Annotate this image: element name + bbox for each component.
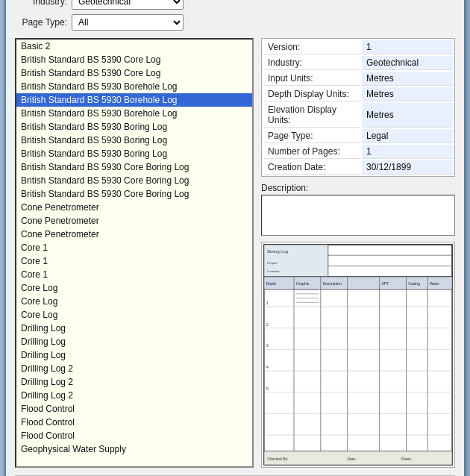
- list-item[interactable]: British Standard BS 5930 Core Boring Log: [16, 187, 252, 201]
- list-item[interactable]: British Standard BS 5390 Core Log: [16, 53, 252, 66]
- svg-text:SPT: SPT: [382, 281, 389, 286]
- list-item[interactable]: Cone Penetrometer: [16, 201, 252, 214]
- industry-info-label: Industry:: [263, 56, 360, 70]
- list-item[interactable]: British Standard BS 5930 Boring Log: [16, 120, 252, 134]
- description-area: [261, 195, 455, 236]
- industry-info-value: Geotechnical: [362, 56, 453, 70]
- template-list[interactable]: Basic 2British Standard BS 5390 Core Log…: [15, 38, 254, 468]
- list-item[interactable]: Drilling Log: [16, 322, 252, 335]
- input-units-row: Input Units: Metres: [263, 72, 453, 86]
- list-item[interactable]: Flood Control: [16, 429, 252, 442]
- svg-text:Description: Description: [323, 281, 342, 286]
- list-item[interactable]: British Standard BS 5930 Borehole Log: [16, 93, 252, 107]
- svg-text:3: 3: [266, 343, 269, 348]
- creation-date-value: 30/12/1899: [362, 160, 453, 175]
- preview-box: Boring Log Project: Location: Depth Grap…: [261, 242, 455, 468]
- preview-svg: Boring Log Project: Location: Depth Grap…: [262, 242, 454, 467]
- list-item[interactable]: British Standard BS 5930 Core Boring Log: [16, 160, 252, 174]
- list-item[interactable]: Core 1: [16, 241, 252, 254]
- svg-text:1: 1: [266, 301, 269, 305]
- input-units-value: Metres: [362, 72, 453, 86]
- info-table: Version: 1 Industry: Geotechnical Input …: [261, 38, 455, 177]
- list-item[interactable]: Drilling Log: [16, 348, 252, 362]
- input-units-label: Input Units:: [263, 72, 360, 86]
- svg-text:Sheet:: Sheet:: [401, 457, 411, 461]
- list-item[interactable]: Drilling Log: [16, 335, 252, 348]
- elevation-display-value: Metres: [362, 103, 453, 128]
- industry-select[interactable]: Geotechnical: [72, 0, 184, 10]
- list-item[interactable]: British Standard BS 5930 Boring Log: [16, 147, 252, 160]
- svg-text:Date:: Date:: [348, 457, 357, 461]
- industry-row: Industry: Geotechnical: [15, 0, 455, 10]
- page-type-info-label: Page Type:: [263, 129, 360, 143]
- version-row: Version: 1: [263, 40, 453, 54]
- num-pages-row: Number of Pages: 1: [263, 145, 453, 159]
- main-content: Basic 2British Standard BS 5390 Core Log…: [15, 38, 455, 468]
- svg-text:Location:: Location:: [267, 269, 280, 273]
- description-label: Description:: [261, 183, 455, 193]
- list-item[interactable]: Core Log: [16, 295, 252, 308]
- elevation-display-row: Elevation Display Units: Metres: [263, 103, 453, 128]
- page-type-select[interactable]: All: [72, 14, 184, 31]
- top-controls: Industry: Geotechnical Page Type: All: [15, 0, 455, 31]
- creation-date-label: Creation Date:: [263, 160, 360, 175]
- svg-text:Boring Log: Boring Log: [267, 249, 288, 254]
- list-item[interactable]: British Standard BS 5930 Borehole Log: [16, 107, 252, 120]
- list-item[interactable]: British Standard BS 5390 Core Log: [16, 66, 252, 80]
- list-item[interactable]: Geophysical Water Supply: [16, 442, 252, 456]
- svg-text:Checked By:: Checked By:: [267, 457, 288, 461]
- dialog-window: Select Template for Imported Logs Indust…: [4, 0, 466, 476]
- list-item[interactable]: Core Log: [16, 308, 252, 322]
- svg-text:5: 5: [266, 386, 269, 391]
- list-item[interactable]: Drilling Log 2: [16, 362, 252, 375]
- svg-text:Graphic: Graphic: [296, 281, 310, 286]
- svg-rect-8: [264, 277, 452, 289]
- svg-text:Depth: Depth: [266, 281, 277, 286]
- list-item[interactable]: Flood Control: [16, 416, 252, 429]
- depth-display-row: Depth Display Units: Metres: [263, 87, 453, 101]
- page-type-row: Page Type: All: [15, 14, 455, 31]
- creation-date-row: Creation Date: 30/12/1899: [263, 160, 453, 175]
- list-item[interactable]: Core Log: [16, 281, 252, 295]
- svg-text:Casing: Casing: [408, 281, 420, 286]
- svg-text:Water: Water: [430, 281, 439, 286]
- description-box: Description:: [261, 183, 455, 236]
- info-panel: Version: 1 Industry: Geotechnical Input …: [261, 38, 455, 468]
- industry-label: Industry:: [15, 0, 67, 7]
- list-panel: Basic 2British Standard BS 5390 Core Log…: [15, 38, 254, 468]
- list-item[interactable]: Core 1: [16, 254, 252, 268]
- industry-info-row: Industry: Geotechnical: [263, 56, 453, 70]
- page-type-info-value: Legal: [362, 129, 453, 143]
- page-type-label: Page Type:: [15, 17, 67, 28]
- num-pages-value: 1: [362, 145, 453, 159]
- svg-rect-37: [264, 451, 452, 466]
- list-item[interactable]: British Standard BS 5930 Core Boring Log: [16, 174, 252, 187]
- depth-display-label: Depth Display Units:: [263, 87, 360, 101]
- version-label: Version:: [263, 40, 360, 54]
- list-item[interactable]: British Standard BS 5930 Borehole Log: [16, 80, 252, 93]
- list-item[interactable]: Drilling Log 2: [16, 389, 252, 402]
- list-item[interactable]: Flood Control: [16, 402, 252, 416]
- depth-display-value: Metres: [362, 87, 453, 101]
- list-item[interactable]: Basic 2: [16, 40, 252, 53]
- svg-text:2: 2: [266, 322, 269, 327]
- list-item[interactable]: Cone Penetrometer: [16, 228, 252, 241]
- list-item[interactable]: Cone Penetrometer: [16, 214, 252, 228]
- num-pages-label: Number of Pages:: [263, 145, 360, 159]
- svg-text:Project:: Project:: [267, 261, 278, 265]
- list-item[interactable]: British Standard BS 5930 Boring Log: [16, 134, 252, 147]
- elevation-display-label: Elevation Display Units:: [263, 103, 360, 128]
- list-item[interactable]: Drilling Log 2: [16, 375, 252, 389]
- list-item[interactable]: Core 1: [16, 268, 252, 281]
- dialog-body: Industry: Geotechnical Page Type: All Ba…: [6, 0, 464, 476]
- page-type-info-row: Page Type: Legal: [263, 129, 453, 143]
- version-value: 1: [362, 40, 453, 54]
